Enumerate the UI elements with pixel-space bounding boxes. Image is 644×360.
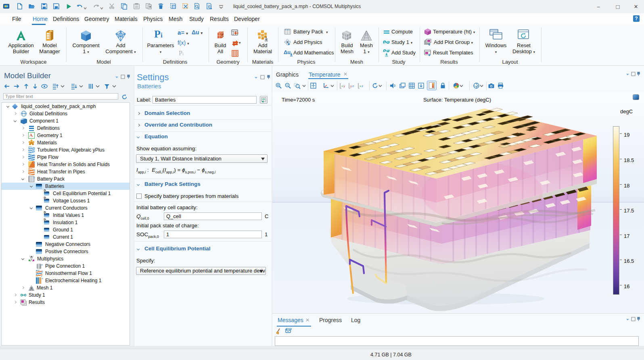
svg-text:x: x: [360, 84, 361, 88]
svg-text:z: z: [352, 84, 354, 88]
svg-text:y: y: [343, 84, 345, 88]
svg-text:x: x: [341, 84, 343, 88]
svg-text:z: z: [362, 84, 363, 88]
svg-text:y: y: [350, 84, 352, 88]
